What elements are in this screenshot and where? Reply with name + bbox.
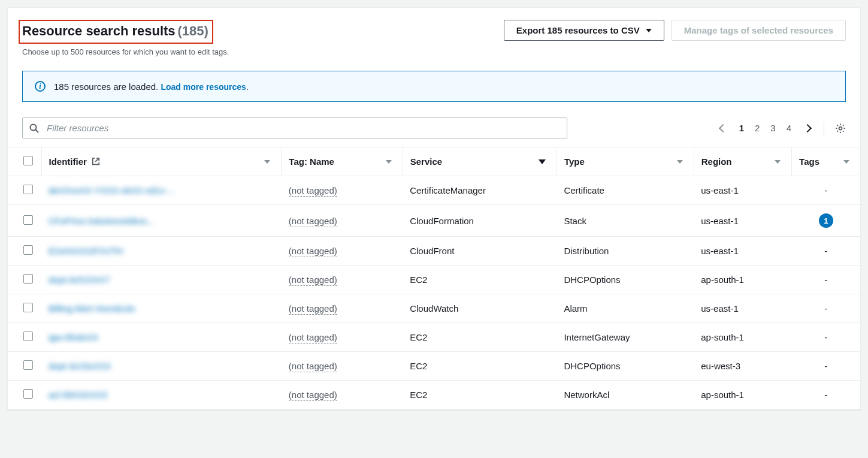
table-row: E2xHXXX2FXVTH(not tagged)CloudFrontDistr… [8, 237, 860, 266]
table-row: dopt-3c23xXXX(not tagged)EC2DHCPOptionse… [8, 352, 860, 381]
type-value: NetworkAcl [557, 381, 694, 409]
page-3[interactable]: 3 [770, 123, 775, 133]
page-2[interactable]: 2 [755, 123, 760, 133]
region-value: ap-south-1 [694, 266, 791, 294]
info-banner: i 185 resources are loaded. Load more re… [22, 71, 846, 102]
table-row: dopt-0cf1OXX7(not tagged)EC2DHCPOptionsa… [8, 266, 860, 294]
tag-name-value: (not tagged) [289, 246, 337, 257]
tags-value: - [792, 323, 860, 352]
title-highlight: Resource search results (185) [19, 20, 213, 44]
page-4[interactable]: 4 [787, 123, 791, 133]
row-checkbox[interactable] [23, 185, 33, 194]
table-row: acl-99X3XXX3(not tagged)EC2NetworkAclap-… [8, 381, 860, 409]
col-tags[interactable]: Tags [792, 147, 860, 176]
type-value: InternetGateway [557, 323, 694, 352]
row-checkbox[interactable] [23, 389, 33, 399]
type-value: Stack [557, 205, 694, 237]
region-value: us-east-1 [694, 205, 791, 237]
row-checkbox[interactable] [23, 274, 33, 284]
tag-name-value: (not tagged) [289, 390, 337, 401]
sort-icon [775, 160, 781, 164]
info-suffix: . [246, 82, 249, 92]
tag-count-badge: 1 [819, 213, 833, 228]
filter-resources-input[interactable] [22, 117, 567, 138]
chevron-left-icon [719, 123, 727, 132]
pagination: 1 2 3 4 [718, 122, 846, 135]
identifier-link[interactable]: CFxPXxx kxkxlxmxlxlkxx... [49, 216, 155, 226]
col-identifier[interactable]: Identifier [41, 147, 282, 176]
info-text: 185 resources are loaded. [54, 82, 161, 92]
caret-down-icon [646, 29, 652, 32]
svg-point-0 [31, 124, 37, 130]
type-value: DHCPOptions [557, 266, 694, 294]
chevron-right-icon [803, 123, 812, 132]
manage-tags-label: Manage tags of selected resources [684, 25, 833, 35]
resources-table: Identifier Tag: Name Service Typ [8, 147, 860, 409]
info-message: 185 resources are loaded. Load more reso… [54, 82, 249, 92]
tags-value: - [792, 266, 860, 294]
col-type[interactable]: Type [557, 147, 694, 176]
identifier-link[interactable]: E2xHXXX2FXVTH [49, 246, 123, 256]
service-value: EC2 [403, 323, 557, 352]
tags-value: 1 [792, 205, 860, 237]
search-wrap [22, 117, 567, 138]
service-value: CloudFormation [403, 205, 557, 237]
region-value: ap-south-1 [694, 323, 791, 352]
page-1[interactable]: 1 [739, 123, 744, 133]
col-region[interactable]: Region [694, 147, 791, 176]
page-next-button[interactable] [802, 123, 813, 134]
table-row: deXXxxXX-YXXX-xkXX-xd1x-...(not tagged)C… [8, 176, 860, 205]
service-value: EC2 [403, 352, 557, 381]
export-csv-label: Export 185 resources to CSV [516, 25, 640, 35]
row-checkbox[interactable] [23, 332, 33, 341]
page-subtitle: Choose up to 500 resources for which you… [22, 47, 229, 56]
row-checkbox[interactable] [23, 303, 33, 312]
region-value: eu-west-3 [694, 352, 791, 381]
svg-point-2 [839, 126, 842, 129]
service-value: CertificateManager [403, 176, 557, 205]
tag-name-value: (not tagged) [289, 185, 337, 197]
region-value: ap-south-1 [694, 381, 791, 409]
separator [824, 122, 824, 135]
sort-icon [386, 160, 392, 164]
external-link-icon [92, 157, 100, 165]
row-checkbox[interactable] [23, 360, 33, 370]
table-row: igw-0fxdxXX(not tagged)EC2InternetGatewa… [8, 323, 860, 352]
region-value: us-east-1 [694, 294, 791, 323]
identifier-link[interactable]: dopt-0cf1OXX7 [49, 275, 110, 285]
page-prev-button[interactable] [718, 123, 728, 134]
sort-icon [264, 160, 270, 164]
col-tag-name[interactable]: Tag: Name [282, 147, 403, 176]
identifier-link[interactable]: deXXxxXX-YXXX-xkXX-xd1x-... [49, 185, 175, 195]
col-service[interactable]: Service [403, 147, 557, 176]
row-checkbox[interactable] [23, 215, 33, 225]
table-row: CFxPXxx kxkxlxmxlxlkxx...(not tagged)Clo… [8, 205, 860, 237]
resource-results-panel: Resource search results (185) Choose up … [7, 7, 861, 410]
tag-name-value: (not tagged) [289, 361, 337, 372]
identifier-link[interactable]: dopt-3c23xXXX [49, 361, 111, 371]
tag-name-value: (not tagged) [289, 303, 337, 315]
load-more-link[interactable]: Load more resources [161, 82, 246, 92]
identifier-link[interactable]: acl-99X3XXX3 [49, 390, 107, 400]
service-value: CloudWatch [403, 294, 557, 323]
identifier-link[interactable]: igw-0fxdxXX [49, 332, 98, 342]
settings-button[interactable] [835, 123, 846, 134]
region-value: us-east-1 [694, 237, 791, 266]
row-checkbox[interactable] [23, 245, 33, 255]
type-value: Distribution [557, 237, 694, 266]
title-block: Resource search results (185) Choose up … [22, 20, 229, 56]
tags-value: - [792, 237, 860, 266]
result-count: (185) [177, 23, 208, 38]
tag-name-value: (not tagged) [289, 332, 337, 344]
type-value: Alarm [557, 294, 694, 323]
region-value: us-east-1 [694, 176, 791, 205]
select-all-checkbox[interactable] [23, 156, 33, 165]
tags-value: - [792, 381, 860, 409]
table-toolbar: 1 2 3 4 [8, 114, 860, 147]
header-actions: Export 185 resources to CSV Manage tags … [504, 20, 846, 41]
export-csv-button[interactable]: Export 185 resources to CSV [504, 20, 664, 41]
page-title: Resource search results [22, 23, 176, 38]
identifier-link[interactable]: Billing Alert Homdcxlx [49, 303, 135, 314]
info-icon: i [35, 81, 46, 92]
tags-value: - [792, 176, 860, 205]
